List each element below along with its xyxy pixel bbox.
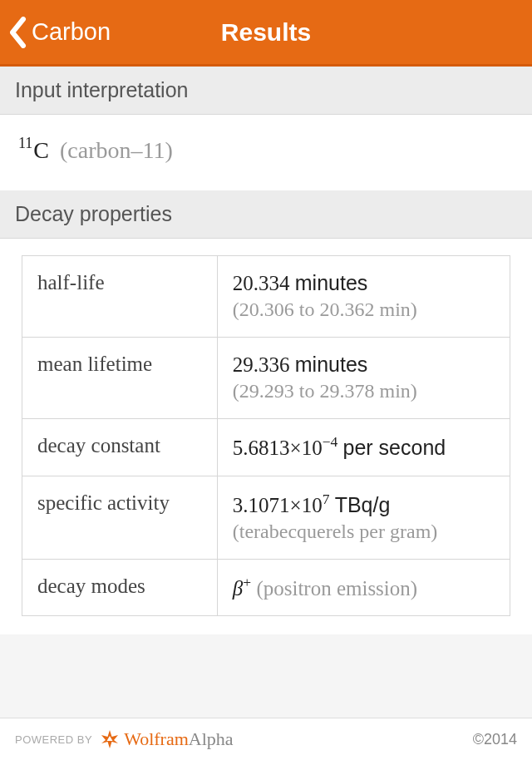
decay-properties-table: half-life 20.334 minutes (20.306 to 20.3…: [22, 255, 510, 616]
decay-table-container: half-life 20.334 minutes (20.306 to 20.3…: [0, 239, 532, 634]
logo-wolfram: Wolfram: [124, 728, 189, 749]
copyright-label: ©2014: [473, 731, 517, 748]
app-header: Carbon Results: [0, 0, 532, 67]
back-label: Carbon: [32, 18, 111, 46]
prop-label-specific-activity: specific activity: [22, 476, 218, 559]
prop-value-specific-activity: 3.1071×107 TBq/g (terabecquerels per gra…: [217, 476, 510, 559]
powered-by-label: POWERED BY: [15, 733, 92, 746]
table-row: specific activity 3.1071×107 TBq/g (tera…: [22, 476, 510, 559]
table-row: half-life 20.334 minutes (20.306 to 20.3…: [22, 256, 510, 338]
input-interpretation-content: 11C (carbon–11): [0, 115, 532, 190]
wolfram-star-icon: [99, 728, 121, 750]
prop-value-decay-constant: 5.6813×10−4 per second: [217, 419, 510, 476]
isotope-display: 11C (carbon–11): [15, 130, 517, 175]
footer: POWERED BY WolframAlpha ©2014: [0, 718, 532, 765]
prop-value-decay-modes: β+ (positron emission): [217, 559, 510, 615]
prop-label-half-life: half-life: [22, 256, 218, 338]
isotope-name: (carbon–11): [60, 137, 173, 163]
table-row: mean lifetime 29.336 minutes (29.293 to …: [22, 338, 510, 419]
table-row: decay constant 5.6813×10−4 per second: [22, 419, 510, 476]
section-header-input: Input interpretation: [0, 67, 532, 115]
prop-label-mean-lifetime: mean lifetime: [22, 338, 218, 419]
chevron-left-icon: [8, 17, 27, 48]
wolfram-alpha-logo: WolframAlpha: [99, 728, 233, 750]
table-row: decay modes β+ (positron emission): [22, 559, 510, 615]
mass-number: 11: [18, 135, 32, 151]
back-button[interactable]: Carbon: [0, 0, 111, 64]
element-symbol: C: [33, 137, 49, 163]
logo-alpha: Alpha: [189, 728, 234, 749]
powered-by-group[interactable]: POWERED BY WolframAlpha: [15, 728, 234, 750]
prop-label-decay-constant: decay constant: [22, 419, 218, 476]
section-header-decay: Decay properties: [0, 190, 532, 239]
prop-value-mean-lifetime: 29.336 minutes (29.293 to 29.378 min): [217, 338, 510, 419]
prop-value-half-life: 20.334 minutes (20.306 to 20.362 min): [217, 256, 510, 338]
prop-label-decay-modes: decay modes: [22, 559, 218, 615]
page-title: Results: [221, 18, 311, 47]
